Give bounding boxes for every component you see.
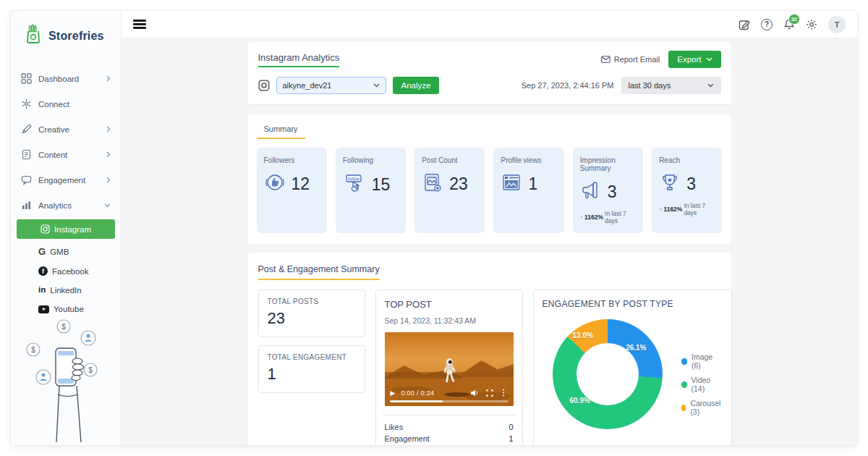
youtube-icon bbox=[38, 305, 49, 313]
main-area: ? 32 T bbox=[122, 11, 857, 445]
top-post-video-player[interactable]: ▶ 0:00 / 0:24 bbox=[385, 332, 514, 406]
account-select[interactable]: aikyne_dev21 bbox=[276, 77, 386, 94]
svg-text:follow: follow bbox=[348, 177, 359, 181]
sidebar-item-label: Youtube bbox=[54, 305, 84, 313]
sidebar-item-creative[interactable]: Creative bbox=[11, 117, 121, 142]
total-posts-box: TOTAL POSTS 23 bbox=[258, 290, 365, 337]
grid-icon bbox=[21, 73, 32, 84]
chevron-right-icon bbox=[106, 177, 111, 183]
sidebar-item-linkedin[interactable]: in LinkedIn bbox=[11, 281, 121, 300]
sidebar-item-youtube[interactable]: Youtube bbox=[11, 300, 121, 318]
analyze-button[interactable]: Analyze bbox=[393, 77, 440, 94]
gear-icon[interactable] bbox=[806, 19, 817, 30]
pen-icon bbox=[21, 124, 32, 135]
slice-label-carousel: 13.0% bbox=[573, 332, 593, 339]
content-area: Instagram Analytics Report Email Export bbox=[122, 38, 857, 445]
notifications-bell-icon[interactable]: 32 bbox=[783, 18, 795, 30]
sidebar-item-content[interactable]: Content bbox=[11, 142, 121, 167]
sidebar-item-gmb[interactable]: G GMB bbox=[11, 242, 121, 261]
summary-card: Summary Followers bbox=[248, 114, 731, 245]
top-post-date: Sep 14, 2023, 11:32:43 AM bbox=[385, 316, 514, 325]
sidebar-item-label: Content bbox=[38, 151, 67, 159]
stat-card-profile-views: Profile views bbox=[493, 148, 563, 233]
analytics-submenu: Instagram G GMB f Facebook in LinkedIn bbox=[11, 219, 121, 318]
post-engagement-card: Post & Engagement Summary TOTAL POSTS 23… bbox=[248, 253, 731, 445]
linkedin-icon: in bbox=[38, 286, 46, 295]
chat-icon bbox=[21, 174, 32, 185]
arrow-up-icon: ↑ bbox=[659, 206, 662, 213]
sidebar-item-label: Analytics bbox=[38, 201, 72, 210]
legend-dot bbox=[681, 358, 688, 365]
following-icon: follow bbox=[343, 172, 366, 198]
sidebar-item-connect[interactable]: Connect bbox=[11, 91, 121, 117]
sidebar-item-label: Engagement bbox=[38, 176, 85, 185]
date-range-value: last 30 days bbox=[629, 81, 671, 90]
document-icon bbox=[21, 149, 32, 160]
chart-legend: Image (6) Video (14) Carousel (3) bbox=[681, 352, 723, 429]
total-posts-value: 23 bbox=[268, 309, 356, 328]
chevron-down-icon bbox=[104, 203, 111, 208]
chevron-down-icon bbox=[373, 83, 380, 88]
sidebar-item-label: Connect bbox=[38, 100, 69, 109]
compose-icon[interactable] bbox=[739, 19, 750, 30]
sidebar: Storefries Dashboard bbox=[11, 11, 122, 445]
kebab-menu-icon[interactable]: ⋮ bbox=[500, 388, 508, 397]
sidebar-item-engagement[interactable]: Engagement bbox=[11, 167, 121, 193]
legend-dot bbox=[681, 381, 687, 388]
help-icon[interactable]: ? bbox=[761, 19, 773, 30]
video-controls: ▶ 0:00 / 0:24 bbox=[385, 388, 514, 397]
connect-icon bbox=[21, 98, 32, 109]
facebook-icon: f bbox=[38, 266, 48, 276]
chevron-right-icon bbox=[106, 151, 111, 158]
user-avatar[interactable]: T bbox=[828, 16, 846, 33]
sidebar-item-facebook[interactable]: f Facebook bbox=[11, 261, 121, 281]
date-range-select[interactable]: last 30 days bbox=[621, 77, 721, 94]
sidebar-item-label: GMB bbox=[50, 248, 69, 256]
post-count-icon bbox=[422, 172, 443, 196]
stat-card-followers: Followers 12 bbox=[257, 148, 327, 233]
chevron-right-icon bbox=[106, 126, 111, 132]
svg-text:$: $ bbox=[31, 346, 35, 354]
section-title: Post & Engagement Summary bbox=[258, 264, 380, 280]
page-title: Instagram Analytics bbox=[258, 52, 340, 67]
sidebar-item-instagram[interactable]: Instagram bbox=[17, 219, 115, 239]
hamburger-menu-icon[interactable] bbox=[133, 17, 146, 30]
brand-name: Storefries bbox=[48, 30, 104, 43]
impressions-delta: ↑ 1162% In last 7 days bbox=[580, 210, 636, 224]
brand-logo[interactable]: Storefries bbox=[11, 11, 121, 60]
sidebar-menu: Dashboard Connect bbox=[11, 66, 121, 318]
stat-card-following: Following follow bbox=[336, 148, 406, 233]
report-email-button[interactable]: Report Email bbox=[601, 55, 660, 64]
stat-card-reach: Reach 3 bbox=[652, 148, 722, 233]
svg-text:$: $ bbox=[88, 366, 93, 374]
legend-item-image: Image (6) bbox=[681, 352, 723, 370]
engagement-by-post-type-box: ENGAGEMENT BY POST TYPE 26.1% 60.9% 13.0… bbox=[533, 290, 732, 445]
sidebar-item-label: Dashboard bbox=[38, 75, 79, 83]
bar-chart-icon bbox=[21, 200, 32, 211]
sidebar-item-label: Facebook bbox=[52, 267, 89, 276]
report-timestamp: Sep 27, 2023, 2:44:16 PM bbox=[522, 81, 614, 90]
envelope-icon bbox=[601, 56, 610, 63]
sidebar-item-analytics[interactable]: Analytics bbox=[11, 193, 121, 218]
fries-logo-icon bbox=[21, 22, 46, 50]
legend-item-carousel: Carousel (3) bbox=[681, 399, 723, 416]
instagram-icon bbox=[41, 224, 50, 234]
sidebar-item-label: Creative bbox=[38, 125, 69, 134]
tab-summary[interactable]: Summary bbox=[257, 122, 305, 139]
top-post-box: TOP POST Sep 14, 2023, 11:32:43 AM bbox=[375, 290, 523, 445]
account-select-value: aikyne_dev21 bbox=[283, 81, 332, 90]
export-button[interactable]: Export bbox=[668, 51, 720, 68]
play-icon[interactable]: ▶ bbox=[391, 389, 396, 397]
video-progress-bar[interactable] bbox=[390, 400, 509, 403]
sidebar-item-label: LinkedIn bbox=[50, 286, 81, 295]
trophy-icon bbox=[659, 172, 681, 196]
chevron-down-icon bbox=[707, 83, 714, 88]
fullscreen-icon[interactable] bbox=[486, 389, 493, 397]
volume-icon[interactable] bbox=[471, 389, 480, 397]
total-engagement-value: 1 bbox=[268, 365, 356, 384]
megaphone-icon bbox=[580, 180, 602, 204]
legend-item-video: Video (14) bbox=[681, 376, 723, 393]
navbar-actions: ? 32 T bbox=[739, 16, 846, 33]
slice-label-video: 60.9% bbox=[570, 397, 590, 405]
sidebar-item-dashboard[interactable]: Dashboard bbox=[11, 66, 121, 91]
